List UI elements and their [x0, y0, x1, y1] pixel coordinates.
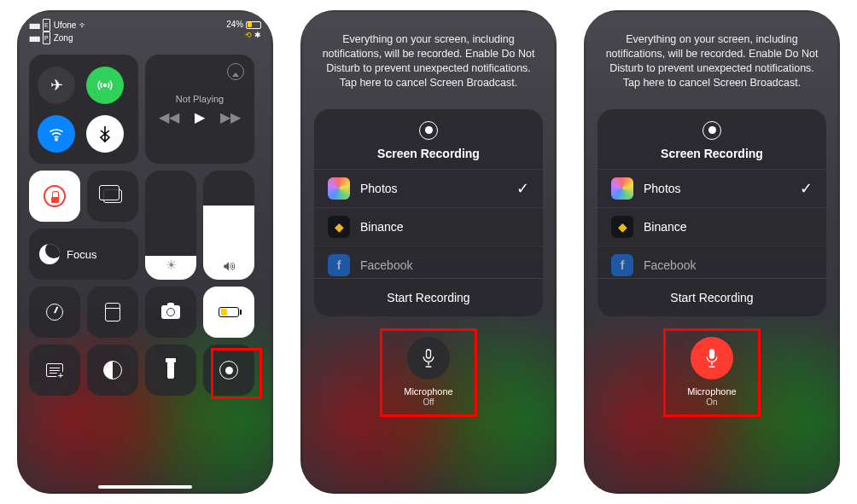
panel-title: Screen Recording — [314, 147, 543, 160]
bluetooth-toggle[interactable] — [86, 115, 124, 153]
recording-panel: Screen Recording Photos ✓ Binance f Face… — [598, 109, 826, 316]
app-row-binance[interactable]: Binance — [314, 207, 543, 246]
flashlight-tile[interactable] — [145, 345, 196, 396]
dark-mode-tile[interactable] — [87, 345, 138, 396]
moon-icon — [39, 244, 60, 264]
home-indicator[interactable] — [98, 485, 192, 489]
low-power-tile[interactable] — [203, 287, 254, 338]
focus-label: Focus — [67, 248, 96, 261]
cellular-toggle[interactable] — [86, 67, 124, 104]
app-label: Photos — [360, 182, 398, 195]
airplay-icon[interactable] — [227, 63, 244, 80]
timer-icon — [46, 304, 63, 321]
camera-icon — [161, 305, 180, 319]
app-row-binance[interactable]: Binance — [598, 207, 826, 246]
calculator-tile[interactable] — [87, 287, 138, 338]
airplane-toggle[interactable]: ✈︎ — [38, 67, 75, 104]
note-icon — [46, 363, 63, 377]
app-row-photos[interactable]: Photos ✓ — [598, 169, 826, 207]
svg-point-1 — [55, 138, 57, 140]
photos-app-icon — [328, 177, 350, 200]
recording-panel: Screen Recording Photos ✓ Binance f Face… — [314, 109, 543, 316]
broadcast-message[interactable]: Everything on your screen, including not… — [300, 10, 557, 104]
signal-icon — [29, 20, 39, 32]
orientation-lock-icon — [44, 185, 66, 207]
highlight-box — [380, 328, 477, 417]
panel-title: Screen Recording — [598, 147, 826, 160]
wifi-toggle[interactable] — [38, 115, 75, 153]
connectivity-tile[interactable]: ✈︎ — [29, 55, 138, 164]
checkmark-icon: ✓ — [800, 179, 813, 198]
next-icon[interactable]: ▶▶ — [220, 109, 241, 125]
start-recording-button[interactable]: Start Recording — [598, 278, 826, 316]
screenshot-control-center: E Ufone ᯤ P Zong 24% ⟲ ✱ ✈︎ Not Playing … — [17, 10, 273, 494]
battery-icon — [219, 307, 239, 317]
camera-tile[interactable] — [145, 287, 196, 338]
app-label: Photos — [644, 182, 681, 195]
facebook-app-icon: f — [328, 254, 350, 276]
notes-tile[interactable] — [29, 345, 80, 396]
media-tile[interactable]: Not Playing ◀◀ ▶ ▶▶ — [145, 55, 254, 164]
app-label: Facebook — [360, 258, 412, 272]
wifi-icon: ᯤ — [79, 20, 88, 31]
binance-app-icon — [328, 216, 350, 238]
highlight-box — [211, 348, 262, 399]
brightness-icon: ☀︎ — [145, 258, 196, 273]
calculator-icon — [105, 303, 120, 322]
record-icon — [419, 121, 438, 140]
status-bar: E Ufone ᯤ P Zong 24% ⟲ ✱ — [17, 10, 273, 48]
dark-mode-icon — [103, 361, 122, 379]
screen-mirroring-icon — [103, 189, 122, 203]
screenshot-recording-sheet-mic-off: Everything on your screen, including not… — [300, 10, 557, 494]
facebook-app-icon: f — [611, 254, 633, 276]
svg-point-0 — [104, 84, 107, 86]
focus-tile[interactable]: Focus — [29, 229, 138, 280]
volume-icon: 🔊︎ — [203, 258, 254, 273]
timer-tile[interactable] — [29, 287, 80, 338]
photos-app-icon — [611, 177, 633, 200]
signal-icon — [29, 32, 39, 44]
checkmark-icon: ✓ — [516, 179, 529, 198]
highlight-box — [663, 328, 761, 417]
orientation-lock-tile[interactable] — [29, 171, 80, 222]
play-icon[interactable]: ▶ — [195, 109, 205, 125]
start-recording-button[interactable]: Start Recording — [314, 278, 543, 316]
app-label: Binance — [644, 220, 687, 234]
media-status: Not Playing — [176, 94, 224, 104]
app-row-facebook[interactable]: f Facebook — [598, 246, 826, 278]
flashlight-icon — [167, 362, 174, 379]
record-icon — [703, 121, 721, 140]
binance-app-icon — [611, 216, 633, 238]
screen-mirroring-tile[interactable] — [87, 171, 138, 222]
screenshot-recording-sheet-mic-on: Everything on your screen, including not… — [584, 10, 840, 494]
app-row-facebook[interactable]: f Facebook — [314, 246, 543, 278]
broadcast-message[interactable]: Everything on your screen, including not… — [584, 10, 840, 104]
brightness-slider[interactable]: ☀︎ — [145, 171, 196, 280]
app-label: Facebook — [644, 258, 696, 272]
app-row-photos[interactable]: Photos ✓ — [314, 169, 543, 207]
app-label: Binance — [360, 220, 404, 234]
volume-slider[interactable]: 🔊︎ — [203, 171, 254, 280]
prev-icon[interactable]: ◀◀ — [159, 109, 179, 125]
